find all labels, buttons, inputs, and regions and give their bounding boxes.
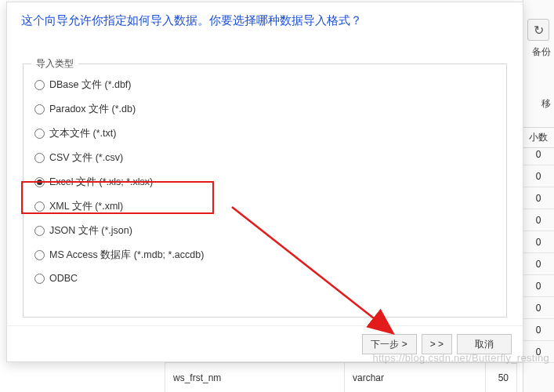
radio-label: ODBC <box>49 273 78 284</box>
import-wizard-dialog: 这个向导允许你指定如何导入数据。你要选择哪种数据导入格式？ 导入类型 DBase… <box>6 2 523 362</box>
radio-option-5[interactable]: XML 文件 (*.xml) <box>34 200 495 213</box>
radio-label: 文本文件 (*.txt) <box>49 127 116 140</box>
radio-icon <box>34 129 45 139</box>
bg-bottom-name: ws_frst_nm <box>165 363 345 393</box>
radio-list: DBase 文件 (*.dbf)Paradox 文件 (*.db)文本文件 (*… <box>24 64 506 298</box>
radio-label: XML 文件 (*.xml) <box>49 200 123 213</box>
radio-option-8[interactable]: ODBC <box>34 273 495 284</box>
bg-backup-label: 备份 <box>532 45 551 59</box>
radio-option-0[interactable]: DBase 文件 (*.dbf) <box>34 78 495 92</box>
radio-icon <box>34 153 45 163</box>
bg-bottom-num: 50 <box>486 363 517 393</box>
radio-label: MS Access 数据库 (*.mdb; *.accdb) <box>49 249 204 262</box>
dialog-footer: 下一步 > > > 取消 <box>7 325 523 361</box>
radio-option-4[interactable]: Excel 文件 (*.xls; *.xlsx) <box>34 176 495 189</box>
radio-label: Excel 文件 (*.xls; *.xlsx) <box>49 176 153 189</box>
bg-cell: 0 <box>523 187 554 209</box>
radio-option-7[interactable]: MS Access 数据库 (*.mdb; *.accdb) <box>34 249 495 262</box>
radio-icon <box>34 250 45 260</box>
bg-bottom-type: varchar <box>345 363 486 393</box>
radio-icon <box>34 80 45 90</box>
radio-option-2[interactable]: 文本文件 (*.txt) <box>34 127 495 140</box>
radio-label: CSV 文件 (*.csv) <box>49 151 123 165</box>
bg-cell: 0 <box>523 297 554 319</box>
skip-button[interactable]: > > <box>422 334 452 354</box>
radio-label: DBase 文件 (*.dbf) <box>49 78 132 92</box>
bg-cell: 0 <box>523 275 554 297</box>
radio-option-1[interactable]: Paradox 文件 (*.db) <box>34 103 495 116</box>
radio-icon <box>34 104 45 114</box>
dialog-title: 这个向导允许你指定如何导入数据。你要选择哪种数据导入格式？ <box>7 2 523 36</box>
radio-icon <box>34 274 45 284</box>
bg-cell: 0 <box>523 253 554 275</box>
bg-cells: 0000000000 <box>523 143 554 363</box>
bg-cell: 0 <box>523 319 554 341</box>
bg-cell: 0 <box>523 341 554 363</box>
group-legend: 导入类型 <box>31 57 78 71</box>
radio-icon <box>34 201 45 212</box>
cancel-button[interactable]: 取消 <box>457 334 512 354</box>
radio-label: Paradox 文件 (*.db) <box>49 103 136 116</box>
next-button[interactable]: 下一步 > <box>362 334 417 354</box>
radio-icon <box>34 226 45 236</box>
bg-cell: 0 <box>523 231 554 253</box>
bg-move-label: 移 <box>541 97 551 111</box>
bg-cell: 0 <box>523 209 554 231</box>
radio-option-3[interactable]: CSV 文件 (*.csv) <box>34 151 495 165</box>
bg-cell: 0 <box>523 165 554 187</box>
radio-icon <box>34 177 45 187</box>
import-type-group: 导入类型 DBase 文件 (*.dbf)Paradox 文件 (*.db)文本… <box>23 64 507 318</box>
bg-bottom-row: ws_frst_nm varchar 50 <box>165 362 554 392</box>
refresh-icon[interactable]: ↻ <box>527 19 549 41</box>
bg-cell: 0 <box>523 143 554 165</box>
radio-option-6[interactable]: JSON 文件 (*.json) <box>34 224 495 238</box>
radio-label: JSON 文件 (*.json) <box>49 224 132 238</box>
